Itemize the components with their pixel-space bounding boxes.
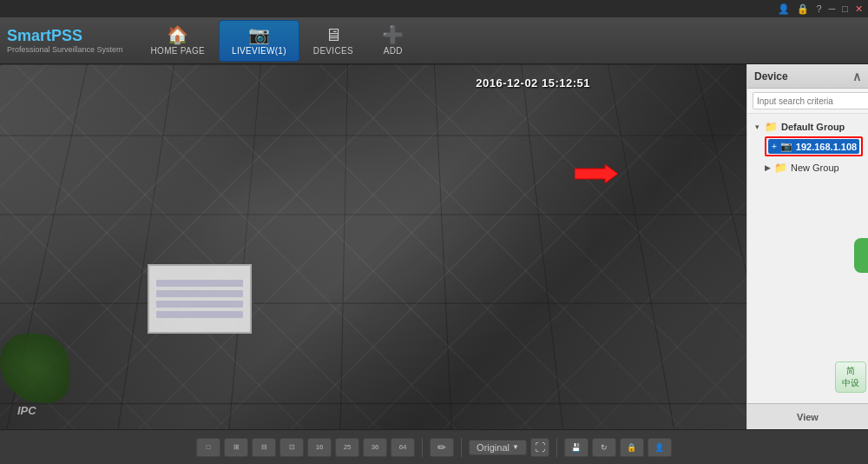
layout-1plus5-button[interactable]: ⊟	[252, 438, 276, 457]
nav-devices[interactable]: 🖥 DEVICES	[301, 20, 365, 62]
group-folder-icon: 📁	[765, 121, 778, 133]
panel-collapse-button[interactable]: ∧	[852, 70, 861, 83]
layout-64-label: 64	[399, 443, 407, 451]
device-camera-icon: 📷	[780, 141, 792, 152]
nav-home[interactable]: 🏠 HOME PAGE	[139, 20, 218, 62]
lock-icon[interactable]: 🔒	[797, 3, 809, 15]
logo-smart: Smart	[7, 27, 51, 44]
edit-button[interactable]: ✏	[430, 438, 454, 457]
layout-1x1-button[interactable]: □	[196, 438, 220, 457]
video-watermark: IPC	[17, 404, 36, 417]
close-icon[interactable]: ✕	[855, 3, 863, 15]
layout-16-button[interactable]: 16	[307, 438, 332, 457]
nav-liveview[interactable]: 📷 LIVEVIEW(1)	[219, 20, 299, 62]
bottom-toolbar: □ ⊞ ⊟ ⊡ 16 25 36 64 ✏ Original ▼ ⛶ 💾 ↻ 🔒…	[0, 429, 868, 464]
toolbar-divider-1	[422, 438, 423, 457]
chinese-char-1: 简	[846, 365, 855, 377]
window-bar-2	[156, 290, 243, 297]
new-group-icon: 📁	[774, 162, 787, 174]
new-group-label: New Group	[791, 162, 839, 173]
chinese-char-2: 中设	[842, 377, 859, 389]
device-search-input[interactable]	[753, 92, 868, 109]
window-bar-3	[156, 301, 243, 308]
window-bar-1	[156, 280, 243, 287]
layout-36-button[interactable]: 36	[363, 438, 387, 457]
home-label: HOME PAGE	[151, 46, 206, 56]
title-bar: 👤 🔒 ? ─ □ ✕	[0, 0, 868, 17]
logo-subtitle: Professional Surveillance System	[7, 45, 123, 54]
device-add-icon: +	[772, 142, 777, 151]
layout-2x2-button[interactable]: ⊞	[224, 438, 248, 457]
default-group-label: Default Group	[781, 122, 845, 132]
camera-feed	[0, 64, 746, 429]
camera-overlay	[0, 64, 746, 429]
nav-add[interactable]: ➕ ADD	[367, 20, 419, 62]
maximize-icon[interactable]: □	[842, 3, 848, 14]
window-light	[148, 264, 252, 334]
view-label: View	[797, 412, 819, 422]
minimize-icon[interactable]: ─	[829, 3, 836, 14]
liveview-icon: 📷	[248, 26, 270, 43]
help-icon[interactable]: ?	[816, 3, 821, 14]
toolbar-divider-2	[461, 438, 462, 457]
logo-area: SmartPSS Professional Surveillance Syste…	[7, 27, 123, 54]
right-panel: Device ∧ 🔍 ▾ 📁 Default Group + 📷 19	[746, 64, 868, 429]
user-button[interactable]: 👤	[648, 438, 672, 457]
layout-36-label: 36	[372, 443, 379, 451]
title-bar-controls: 👤 🔒 ? ─ □ ✕	[778, 3, 863, 15]
fullscreen-button[interactable]: ⛶	[530, 438, 549, 457]
liveview-label: LIVEVIEW(1)	[232, 46, 286, 56]
new-group-expand: ▶	[765, 163, 771, 172]
logo-pss: PSS	[51, 27, 82, 44]
chinese-widget[interactable]: 简 中设	[835, 361, 866, 393]
tree-device-item[interactable]: + 📷 192.168.1.108	[768, 139, 859, 154]
group-expand-icon: ▾	[753, 123, 761, 131]
zoom-dropdown[interactable]: Original ▼	[469, 440, 527, 455]
device-highlight-box: + 📷 192.168.1.108	[765, 136, 863, 156]
tree-default-group: ▾ 📁 Default Group + 📷 192.168.1.108 ▶ 📁 …	[747, 117, 868, 177]
device-ip-label: 192.168.1.108	[796, 142, 857, 152]
layout-25-label: 25	[344, 443, 352, 451]
new-group-item[interactable]: ▶ 📁 New Group	[765, 160, 863, 176]
add-icon: ➕	[382, 26, 404, 43]
search-row: 🔍	[747, 89, 868, 114]
toolbar-divider-3	[556, 438, 557, 457]
layout-1plus7-button[interactable]: ⊡	[279, 438, 304, 457]
tree-group-header[interactable]: ▾ 📁 Default Group	[753, 119, 863, 135]
video-area[interactable]: 2016-12-02 15:12:51 IPC	[0, 64, 746, 429]
logo-text: SmartPSS	[7, 27, 82, 45]
content-area: 2016-12-02 15:12:51 IPC Device ∧ 🔍 ▾ 📁 D…	[0, 64, 868, 429]
device-tree: ▾ 📁 Default Group + 📷 192.168.1.108 ▶ 📁 …	[747, 114, 868, 403]
panel-footer: View	[747, 403, 868, 429]
home-icon: 🏠	[167, 26, 188, 43]
zoom-label: Original	[477, 442, 510, 453]
main-toolbar: SmartPSS Professional Surveillance Syste…	[0, 17, 868, 64]
panel-header: Device ∧	[747, 64, 868, 89]
panel-title: Device	[754, 70, 788, 83]
zoom-dropdown-arrow: ▼	[512, 443, 519, 451]
add-label: ADD	[384, 46, 403, 56]
devices-label: DEVICES	[313, 46, 353, 56]
green-indicator	[854, 238, 868, 273]
layout-64-button[interactable]: 64	[391, 438, 415, 457]
user-icon[interactable]: 👤	[778, 3, 790, 15]
refresh-button[interactable]: ↻	[592, 438, 616, 457]
save-button[interactable]: 💾	[564, 438, 589, 457]
lock-button[interactable]: 🔒	[620, 438, 644, 457]
layout-16-label: 16	[316, 443, 324, 451]
window-bar-4	[156, 311, 243, 318]
layout-25-button[interactable]: 25	[335, 438, 359, 457]
video-timestamp: 2016-12-02 15:12:51	[476, 76, 590, 89]
devices-icon: 🖥	[325, 26, 342, 43]
